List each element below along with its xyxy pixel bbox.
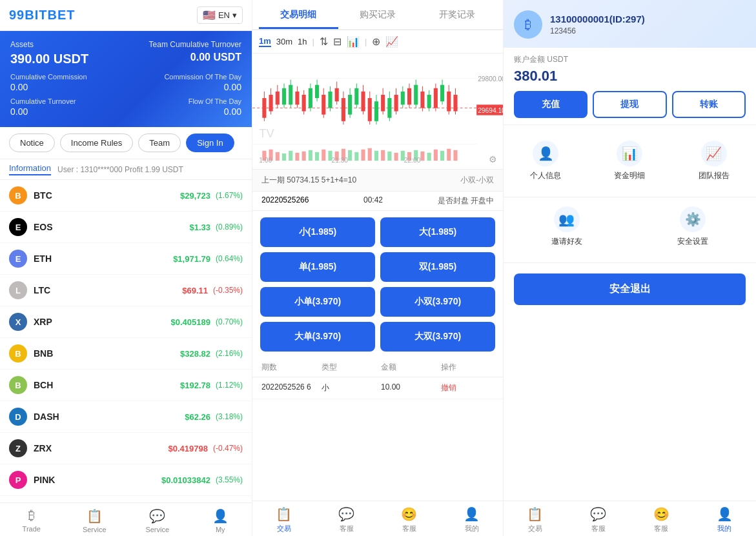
svg-rect-90 bbox=[434, 150, 438, 161]
right-nav-trade[interactable]: 📋 交易 bbox=[504, 506, 567, 533]
tab-trade-detail[interactable]: 交易明细 bbox=[259, 0, 338, 29]
time-1m[interactable]: 1m bbox=[259, 36, 271, 47]
left-nav-service[interactable]: 💬 Service bbox=[126, 508, 189, 533]
menu-security[interactable]: ⚙️ 安全设置 bbox=[630, 197, 757, 256]
tab-open-record[interactable]: 开奖记录 bbox=[417, 0, 496, 29]
menu-invite[interactable]: 👥 邀请好友 bbox=[504, 197, 630, 256]
period-number: 20220525266 bbox=[261, 195, 309, 206]
team-turnover-value: 0.00 USDT bbox=[190, 52, 241, 66]
list-item[interactable]: L LTC $69.11 (-0.35%) bbox=[0, 275, 252, 306]
cancel-button[interactable]: 撤销 bbox=[441, 382, 495, 393]
time-1h[interactable]: 1h bbox=[298, 37, 307, 46]
open-status: 是否封盘 开盘中 bbox=[438, 195, 494, 206]
svg-rect-67 bbox=[282, 154, 286, 161]
deposit-button[interactable]: 充值 bbox=[514, 91, 587, 118]
time-30m[interactable]: 30m bbox=[276, 37, 292, 46]
svg-rect-72 bbox=[315, 152, 319, 161]
svg-rect-77 bbox=[348, 150, 352, 161]
menu-funds[interactable]: 📊 资金明细 bbox=[587, 132, 671, 190]
crypto-name: XRP bbox=[34, 317, 171, 327]
svg-rect-84 bbox=[394, 153, 398, 161]
profile-icon: 👤 bbox=[533, 141, 558, 166]
crypto-price: $328.82 bbox=[180, 349, 210, 359]
crypto-name: BNB bbox=[34, 348, 180, 359]
list-item[interactable]: D DASH $62.26 (3.18%) bbox=[0, 401, 252, 433]
list-item[interactable]: B BTC $29,723 (1.67%) bbox=[0, 180, 252, 212]
lang-selector[interactable]: 🇺🇸 EN ▾ bbox=[197, 6, 243, 24]
team-report-icon: 📈 bbox=[701, 141, 727, 166]
svg-text:TV: TV bbox=[259, 126, 274, 140]
left-nav-home[interactable]: ₿ Trade bbox=[0, 508, 63, 533]
info-bar: Information User : 1310****000 Profit 1.… bbox=[0, 159, 252, 180]
chart-area: 29800.00 29600.00 29694.10 1:00 21:30 22… bbox=[252, 54, 503, 170]
svg-rect-89 bbox=[427, 153, 431, 161]
table-row: 2022052526 6 小 10.00 撤销 bbox=[252, 377, 503, 399]
chart-type-btn2[interactable]: ⊟ bbox=[333, 35, 342, 48]
income-rules-button[interactable]: Income Rules bbox=[60, 134, 133, 152]
mid-nav-support[interactable]: 😊 客服 bbox=[378, 506, 440, 533]
mid-nav-trade[interactable]: 📋 交易 bbox=[252, 506, 315, 533]
bet-big-even[interactable]: 大双(3.970) bbox=[380, 322, 495, 352]
flag-icon: 🇺🇸 bbox=[203, 9, 216, 21]
crypto-price: $29,723 bbox=[180, 191, 210, 201]
list-item[interactable]: P PINK $0.01033842 (3.55%) bbox=[0, 464, 252, 496]
crypto-change: (3.55%) bbox=[216, 475, 243, 484]
tab-buy-record[interactable]: 购买记录 bbox=[338, 0, 418, 29]
list-item[interactable]: Z ZRX $0.419798 (-0.47%) bbox=[0, 433, 252, 464]
right-nav-service[interactable]: 💬 客服 bbox=[567, 506, 630, 533]
commission-day-value: 0.00 bbox=[224, 82, 241, 92]
chart-type-btn3[interactable]: 📊 bbox=[347, 35, 360, 48]
list-item[interactable]: B BNB $328.82 (2.16%) bbox=[0, 338, 252, 370]
left-nav-my[interactable]: 👤 My bbox=[189, 508, 252, 533]
bet-even[interactable]: 双(1.985) bbox=[380, 252, 495, 282]
menu-profile[interactable]: 👤 个人信息 bbox=[504, 132, 587, 190]
bet-big-odd[interactable]: 大单(3.970) bbox=[260, 322, 375, 352]
list-item[interactable]: X XRP $0.405189 (0.70%) bbox=[0, 306, 252, 338]
mid-nav-my[interactable]: 👤 我的 bbox=[440, 506, 503, 533]
logout-button[interactable]: 安全退出 bbox=[514, 273, 746, 305]
svg-rect-80 bbox=[368, 148, 372, 161]
info-tab[interactable]: Information bbox=[9, 163, 51, 175]
chart-add-btn[interactable]: ⊕ bbox=[372, 35, 380, 48]
user-info: 13100000001(ID:297) 123456 bbox=[550, 14, 645, 35]
notice-button[interactable]: Notice bbox=[9, 134, 55, 152]
menu-team-report[interactable]: 📈 团队报告 bbox=[672, 132, 756, 190]
left-nav-trade[interactable]: 📋 Service bbox=[63, 508, 127, 533]
svg-rect-68 bbox=[289, 151, 292, 161]
assets-label: Assets bbox=[10, 40, 34, 49]
left-nav-trade-label: Service bbox=[83, 526, 107, 533]
bet-grid: 小(1.985) 大(1.985) 单(1.985) 双(1.985) 小单(3… bbox=[252, 211, 503, 358]
list-item[interactable]: E EOS $1.33 (0.89%) bbox=[0, 212, 252, 243]
signin-button[interactable]: Sign In bbox=[186, 134, 234, 152]
crypto-change: (-0.35%) bbox=[213, 286, 243, 295]
withdraw-button[interactable]: 提现 bbox=[593, 91, 666, 118]
right-nav-support[interactable]: 😊 客服 bbox=[630, 506, 693, 533]
bet-big[interactable]: 大(1.985) bbox=[380, 217, 495, 247]
list-item[interactable]: B BCH $192.78 (1.12%) bbox=[0, 370, 252, 401]
team-button[interactable]: Team bbox=[138, 134, 181, 152]
turnover-labels-row: Cumulative Turnover Flow Of The Day bbox=[10, 97, 241, 105]
bet-odd[interactable]: 单(1.985) bbox=[260, 252, 375, 282]
crypto-name: BCH bbox=[34, 380, 180, 390]
mid-nav-my-label: 我的 bbox=[465, 524, 479, 533]
right-nav-my[interactable]: 👤 我的 bbox=[693, 506, 756, 533]
assets-labels-row: Assets Team Cumulative Turnover bbox=[10, 40, 241, 49]
list-item[interactable]: E ETH $1,971.79 (0.64%) bbox=[0, 243, 252, 275]
right-nav-support-label: 客服 bbox=[654, 524, 668, 533]
bet-small-even[interactable]: 小双(3.970) bbox=[380, 287, 495, 317]
mid-nav-service[interactable]: 💬 客服 bbox=[315, 506, 378, 533]
crypto-icon: B bbox=[9, 344, 27, 362]
prev-period: 上一期 50734.15 5+1+4=10 bbox=[261, 175, 356, 186]
funds-icon: 📊 bbox=[617, 141, 642, 166]
transfer-button[interactable]: 转账 bbox=[672, 91, 746, 118]
svg-rect-71 bbox=[309, 150, 312, 161]
chart-type-btn1[interactable]: ⇅ bbox=[320, 35, 328, 48]
user-header: ₿ 13100000001(ID:297) 123456 bbox=[504, 0, 756, 48]
crypto-name: PINK bbox=[34, 475, 161, 485]
bet-small[interactable]: 小(1.985) bbox=[260, 217, 375, 247]
crypto-change: (-0.47%) bbox=[213, 444, 243, 453]
bet-small-odd[interactable]: 小单(3.970) bbox=[260, 287, 375, 317]
chart-indicator-btn[interactable]: 📈 bbox=[385, 35, 398, 48]
crypto-price: $192.78 bbox=[180, 381, 210, 390]
flow-day-value: 0.00 bbox=[224, 106, 241, 117]
